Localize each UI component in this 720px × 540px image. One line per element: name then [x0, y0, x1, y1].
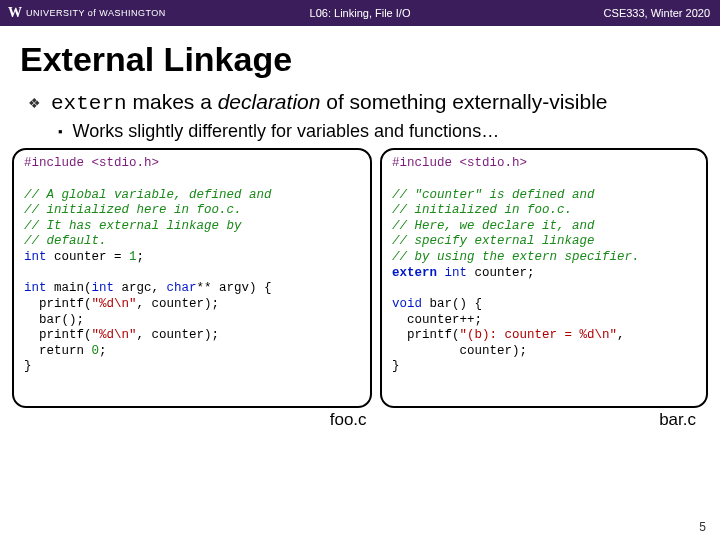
content-area: ❖ extern makes a declaration of somethin… — [0, 89, 720, 142]
university-logo: W UNIVERSITY of WASHINGTON — [0, 5, 166, 21]
code-row: #include <stdio.h> // A global variable,… — [0, 148, 720, 408]
bullet2-text: Works slightly differently for variables… — [73, 121, 500, 142]
file-label-left: foo.c — [18, 410, 381, 430]
top-bar: W UNIVERSITY of WASHINGTON L06: Linking,… — [0, 0, 720, 26]
bullet-level2: ▪ Works slightly differently for variabl… — [58, 121, 698, 142]
extern-keyword: extern — [51, 92, 127, 115]
file-label-right: bar.c — [381, 410, 702, 430]
lecture-title: L06: Linking, File I/O — [310, 7, 411, 19]
page-number: 5 — [699, 520, 706, 534]
bullet-level1: ❖ extern makes a declaration of somethin… — [28, 89, 698, 117]
square-bullet-icon: ▪ — [58, 124, 63, 139]
university-name: UNIVERSITY of WASHINGTON — [26, 8, 166, 18]
bullet1-text: extern makes a declaration of something … — [51, 89, 608, 117]
code-box-bar: #include <stdio.h> // "counter" is defin… — [380, 148, 708, 408]
file-labels: foo.c bar.c — [0, 408, 720, 430]
logo-w-icon: W — [8, 5, 22, 21]
diamond-bullet-icon: ❖ — [28, 95, 41, 111]
code-box-foo: #include <stdio.h> // A global variable,… — [12, 148, 372, 408]
slide-title: External Linkage — [0, 26, 720, 89]
course-info: CSE333, Winter 2020 — [604, 7, 710, 19]
